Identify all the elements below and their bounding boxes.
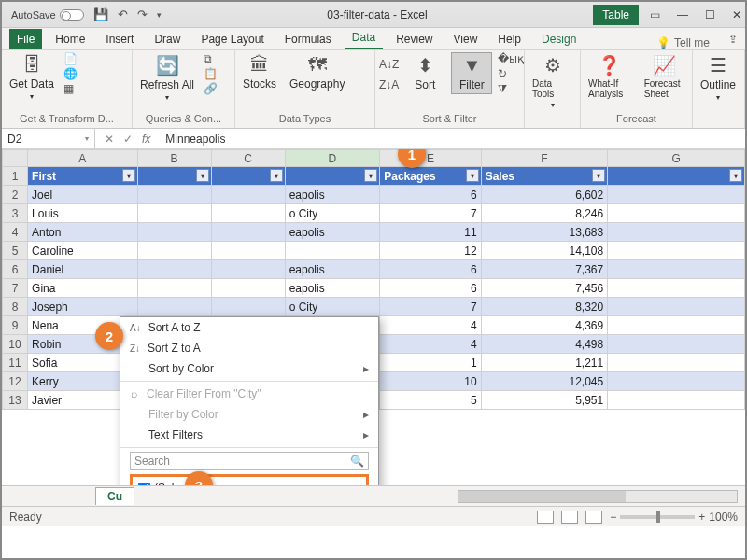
col-header-G[interactable]: G <box>608 150 745 167</box>
refresh-all-button[interactable]: 🔄Refresh All▾ <box>136 52 198 104</box>
data-tools-button[interactable]: ⚙Data Tools▾ <box>529 52 576 111</box>
cell[interactable] <box>137 223 211 242</box>
cell[interactable] <box>608 260 745 279</box>
tab-help[interactable]: Help <box>490 29 529 49</box>
name-box[interactable]: D2▾ <box>2 129 95 148</box>
forecast-sheet-button[interactable]: 📈Forecast Sheet <box>641 52 688 101</box>
context-tab-table[interactable]: Table <box>593 5 639 25</box>
cell[interactable] <box>608 204 745 223</box>
sort-by-color[interactable]: Sort by Color▸ <box>120 358 378 379</box>
cell[interactable]: Joel <box>28 186 137 204</box>
cell[interactable]: 6,602 <box>481 186 608 204</box>
tab-file[interactable]: File <box>9 29 42 49</box>
row-header[interactable]: 9 <box>3 316 28 335</box>
cell[interactable] <box>608 223 745 242</box>
cell[interactable]: 5 <box>380 391 481 410</box>
page-break-view-icon[interactable] <box>585 511 602 524</box>
table-header-F[interactable]: Sales▾ <box>481 167 608 186</box>
cell[interactable] <box>285 242 380 260</box>
cell[interactable] <box>211 260 285 279</box>
filter-arrow-icon[interactable]: ▾ <box>196 169 209 182</box>
save-icon[interactable]: 💾 <box>93 7 108 21</box>
col-header-C[interactable]: C <box>211 150 285 167</box>
sort-az-icon[interactable]: A↓Z <box>379 58 399 71</box>
tab-insert[interactable]: Insert <box>98 29 141 49</box>
sort-za-icon[interactable]: Z↓A <box>379 78 399 91</box>
cell[interactable]: o City <box>285 298 380 316</box>
row-header[interactable]: 4 <box>3 223 28 242</box>
sort-z-to-a[interactable]: Z↓Sort Z to A <box>120 338 378 358</box>
tab-formulas[interactable]: Formulas <box>277 29 339 49</box>
redo-icon[interactable]: ↷ <box>137 7 148 21</box>
from-web-icon[interactable]: 🌐 <box>63 67 78 80</box>
cell[interactable]: 7,456 <box>481 279 608 298</box>
zoom-slider[interactable] <box>620 515 695 519</box>
filter-check-item[interactable]: (Select All) <box>138 481 360 485</box>
normal-view-icon[interactable] <box>537 511 554 524</box>
cell[interactable]: 8,246 <box>481 204 608 223</box>
cell[interactable] <box>137 298 211 316</box>
col-header-D[interactable]: D <box>285 150 380 167</box>
cell[interactable] <box>137 186 211 204</box>
advanced-icon[interactable]: ⧩ <box>498 82 524 95</box>
cell[interactable] <box>137 260 211 279</box>
cell[interactable]: 4 <box>380 316 481 335</box>
cell[interactable]: 4,369 <box>481 316 608 335</box>
cell[interactable]: 4,498 <box>481 335 608 354</box>
maximize-icon[interactable]: ☐ <box>705 8 715 21</box>
cell[interactable]: 6 <box>380 260 481 279</box>
cell[interactable]: 1,211 <box>481 354 608 372</box>
table-header-A[interactable]: First▾ <box>28 167 137 186</box>
enter-formula-icon[interactable]: ✓ <box>123 133 133 146</box>
zoom-out-icon[interactable]: − <box>610 511 616 524</box>
share-button[interactable]: ⇪ <box>721 29 745 49</box>
table-header[interactable]: ▾ <box>608 167 745 186</box>
properties-icon[interactable]: 📋 <box>204 67 218 80</box>
cell[interactable] <box>608 279 745 298</box>
cell[interactable]: eapolis <box>285 186 380 204</box>
cell[interactable] <box>137 204 211 223</box>
cell[interactable]: 5,951 <box>481 391 608 410</box>
filter-arrow-icon[interactable]: ▾ <box>122 169 135 182</box>
col-header-A[interactable]: A <box>28 150 137 167</box>
cell[interactable]: eapolis <box>285 260 380 279</box>
cell[interactable]: 4 <box>380 335 481 354</box>
clear-icon[interactable]: �ық <box>498 52 524 65</box>
tab-data[interactable]: Data <box>345 27 383 49</box>
cell[interactable] <box>608 316 745 335</box>
table-header[interactable]: ▾ <box>211 167 285 186</box>
minimize-icon[interactable]: — <box>677 8 688 21</box>
sort-button[interactable]: ⬍Sort <box>404 52 445 93</box>
row-header[interactable]: 10 <box>3 335 28 354</box>
cell[interactable]: Joseph <box>28 298 137 316</box>
cell[interactable]: 7 <box>380 298 481 316</box>
cell[interactable] <box>211 223 285 242</box>
filter-search-input[interactable]: Search🔍 <box>130 452 369 470</box>
col-header-B[interactable]: B <box>137 150 211 167</box>
filter-arrow-icon[interactable]: ▾ <box>364 169 377 182</box>
cell[interactable]: eapolis <box>285 279 380 298</box>
cell[interactable] <box>608 242 745 260</box>
fx-icon[interactable]: fx <box>142 133 150 146</box>
zoom-level[interactable]: 100% <box>709 511 738 524</box>
row-header[interactable]: 12 <box>3 372 28 391</box>
filter-arrow-icon[interactable]: ▾ <box>466 169 479 182</box>
page-layout-view-icon[interactable] <box>561 511 578 524</box>
queries-icon[interactable]: ⧉ <box>204 52 218 65</box>
cell[interactable]: 12 <box>380 242 481 260</box>
row-header[interactable]: 7 <box>3 279 28 298</box>
zoom-in-icon[interactable]: + <box>698 511 705 524</box>
cell[interactable] <box>211 298 285 316</box>
sheet-tab[interactable]: Cu <box>95 487 134 505</box>
from-table-icon[interactable]: ▦ <box>63 82 78 95</box>
tab-page-layout[interactable]: Page Layout <box>193 29 271 49</box>
table-header-D[interactable]: ▾ <box>285 167 380 186</box>
cancel-formula-icon[interactable]: ✕ <box>105 133 114 146</box>
filter-arrow-icon[interactable]: ▾ <box>270 169 283 182</box>
cell[interactable]: 14,108 <box>481 242 608 260</box>
cell[interactable] <box>211 204 285 223</box>
row-header[interactable]: 11 <box>3 354 28 372</box>
tab-design[interactable]: Design <box>534 29 584 49</box>
cell[interactable] <box>211 242 285 260</box>
row-header[interactable]: 2 <box>3 186 28 204</box>
